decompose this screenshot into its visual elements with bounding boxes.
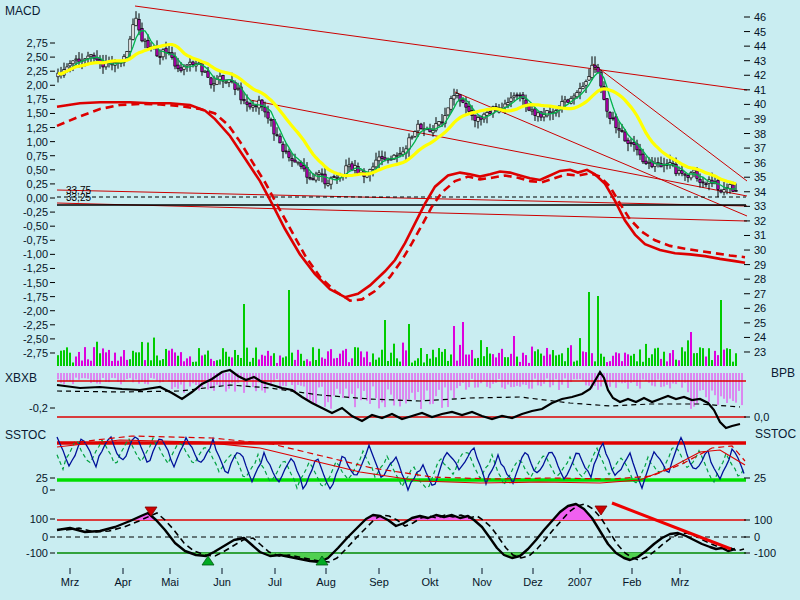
candle-body bbox=[705, 184, 707, 185]
macd-axis-label: -0,25 bbox=[23, 206, 48, 218]
volume-bar bbox=[366, 352, 368, 366]
x-axis-month-label: Dez bbox=[523, 576, 543, 588]
volume-bar bbox=[390, 353, 392, 366]
candle-body bbox=[543, 115, 545, 117]
volume-bar bbox=[147, 342, 149, 366]
volume-bar bbox=[585, 352, 587, 366]
volume-bar bbox=[96, 342, 98, 366]
macd-axis-label: -1,50 bbox=[23, 277, 48, 289]
price-axis-label: 31 bbox=[754, 229, 766, 241]
volume-bar bbox=[462, 322, 464, 366]
candle-body bbox=[627, 140, 629, 143]
candle-body bbox=[699, 179, 701, 182]
x-axis-month-label: Nov bbox=[472, 576, 492, 588]
volume-bar bbox=[411, 363, 413, 366]
candle-body bbox=[87, 56, 89, 59]
volume-bar bbox=[198, 348, 200, 366]
volume-bar bbox=[420, 348, 422, 366]
volume-bar bbox=[180, 352, 182, 366]
volume-bar bbox=[381, 350, 383, 366]
volume-bar bbox=[582, 351, 584, 366]
candle-body bbox=[132, 25, 134, 40]
volume-bar bbox=[450, 354, 452, 366]
volume-bar bbox=[663, 352, 665, 366]
volume-bar bbox=[183, 361, 185, 366]
volume-bar bbox=[480, 340, 482, 366]
candle-body bbox=[249, 103, 251, 107]
candle-body bbox=[621, 130, 623, 131]
volume-bar bbox=[243, 304, 245, 366]
price-axis-label: 41 bbox=[754, 84, 766, 96]
volume-bar bbox=[630, 356, 632, 366]
volume-bar bbox=[126, 360, 128, 366]
volume-bar bbox=[669, 353, 671, 366]
price-axis-label: 25 bbox=[754, 317, 766, 329]
volume-bar bbox=[57, 355, 59, 366]
candle-body bbox=[333, 176, 335, 177]
volume-bar bbox=[324, 359, 326, 366]
candle-body bbox=[486, 112, 488, 115]
volume-bar bbox=[363, 357, 365, 366]
volume-bar bbox=[642, 362, 644, 366]
volume-bar bbox=[66, 347, 68, 366]
candle-body bbox=[432, 130, 434, 132]
candle-body bbox=[327, 184, 329, 186]
candle-body bbox=[606, 99, 608, 111]
candle-body bbox=[468, 106, 470, 111]
sstoc-slow-line bbox=[57, 440, 745, 483]
volume-bar bbox=[216, 360, 218, 366]
candle-body bbox=[642, 154, 644, 162]
candle-body bbox=[312, 179, 314, 180]
candle-body bbox=[639, 150, 641, 155]
candle-body bbox=[336, 177, 338, 178]
technical-analysis-chart-window: 2,752,502,252,001,751,501,251,000,750,50… bbox=[0, 0, 800, 600]
volume-bar bbox=[63, 350, 65, 366]
volume-bar bbox=[693, 353, 695, 366]
technical-chart-canvas[interactable]: 2,752,502,252,001,751,501,251,000,750,50… bbox=[0, 0, 800, 600]
volume-bar bbox=[255, 348, 257, 366]
volume-bar bbox=[558, 355, 560, 366]
volume-bar bbox=[351, 358, 353, 366]
volume-bar bbox=[561, 353, 563, 366]
volume-bar bbox=[447, 361, 449, 366]
candle-body bbox=[573, 96, 575, 98]
volume-bar bbox=[69, 353, 71, 366]
price-axis-label: 37 bbox=[754, 142, 766, 154]
candle-body bbox=[318, 173, 320, 175]
volume-bar bbox=[483, 356, 485, 366]
volume-bar bbox=[588, 292, 590, 366]
macd-axis-label: 2,50 bbox=[27, 51, 48, 63]
candle-body bbox=[372, 167, 374, 170]
volume-bar bbox=[321, 357, 323, 366]
volume-bar bbox=[144, 360, 146, 366]
x-axis-month-label: Mrz bbox=[671, 576, 689, 588]
volume-bar bbox=[318, 349, 320, 366]
volume-bar bbox=[522, 353, 524, 366]
x-axis-month-label: Jul bbox=[268, 576, 282, 588]
momentum-axis-label: -100 bbox=[754, 547, 776, 559]
volume-bar bbox=[375, 360, 377, 366]
price-axis-label: 35 bbox=[754, 171, 766, 183]
candle-body bbox=[252, 106, 254, 108]
candle-body bbox=[147, 40, 149, 47]
volume-bar bbox=[528, 363, 530, 366]
candle-body bbox=[192, 62, 194, 65]
x-axis-month-label: 2007 bbox=[568, 576, 592, 588]
volume-bar bbox=[549, 354, 551, 366]
volume-bar bbox=[354, 347, 356, 366]
buy-signal-triangle bbox=[202, 556, 214, 565]
candle-body bbox=[438, 122, 440, 125]
candle-body bbox=[300, 163, 302, 167]
candle-body bbox=[129, 39, 131, 51]
candle-body bbox=[615, 117, 617, 128]
macd-axis-label: -2,00 bbox=[23, 305, 48, 317]
price-axis-label: 39 bbox=[754, 113, 766, 125]
price-axis-label: 29 bbox=[754, 259, 766, 271]
candle-body bbox=[519, 95, 521, 96]
candle-body bbox=[567, 100, 569, 103]
candle-body bbox=[546, 110, 548, 115]
macd-axis-label: 1,75 bbox=[27, 93, 48, 105]
volume-bar bbox=[387, 361, 389, 366]
candle-body bbox=[612, 118, 614, 119]
volume-bar bbox=[516, 357, 518, 366]
